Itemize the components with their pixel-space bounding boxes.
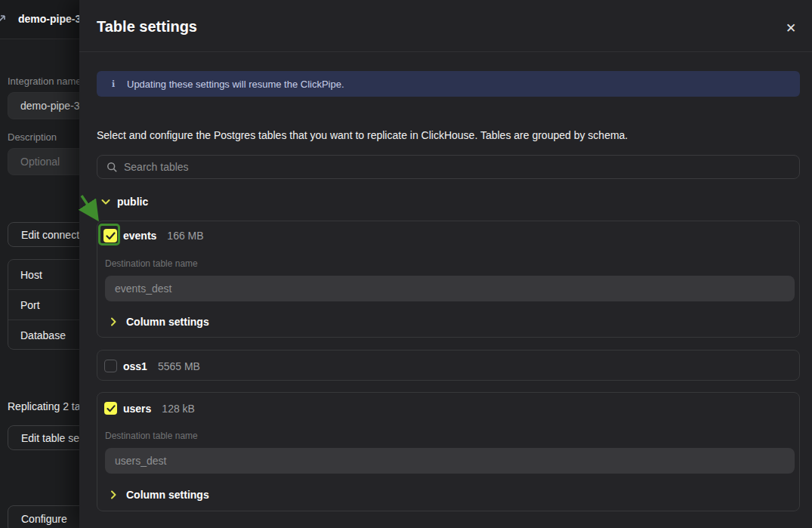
info-icon: i: [112, 79, 127, 89]
table-card-users: users 128 kB Destination table name Colu…: [97, 392, 800, 511]
check-icon: [106, 232, 116, 240]
pipe-icon: [0, 14, 7, 25]
table-size: 128 kB: [162, 403, 195, 415]
events-checkbox[interactable]: [103, 229, 117, 242]
description-label: Description: [8, 131, 57, 143]
modal-header-divider: [79, 51, 812, 52]
chevron-right-icon: [110, 490, 117, 499]
table-row: users 128 kB: [104, 402, 799, 415]
table-name: oss1: [123, 360, 147, 372]
destination-table-label: Destination table name: [105, 431, 198, 441]
table-card-events: events 166 MB Destination table name Col…: [97, 221, 800, 338]
integration-name-label: Integration name: [8, 76, 82, 87]
users-checkbox[interactable]: [104, 402, 117, 415]
search-box[interactable]: [97, 155, 800, 179]
oss1-checkbox[interactable]: [104, 360, 117, 372]
destination-table-input[interactable]: [105, 276, 795, 301]
modal-title: Table settings: [97, 18, 197, 36]
search-input[interactable]: [124, 161, 773, 173]
column-settings-label: Column settings: [126, 489, 209, 501]
page-title: demo-pipe-3: [18, 13, 81, 25]
table-name: users: [123, 403, 151, 415]
table-settings-modal: Table settings ✕ i Updating these settin…: [79, 0, 812, 528]
info-banner-text: Updating these settings will resume the …: [127, 79, 344, 90]
chevron-right-icon: [110, 317, 117, 326]
close-icon[interactable]: ✕: [782, 19, 800, 37]
schema-group-public[interactable]: public: [101, 196, 148, 208]
search-icon: [107, 162, 118, 173]
schema-name: public: [117, 196, 148, 208]
destination-table-input[interactable]: [105, 448, 795, 474]
destination-table-label: Destination table name: [105, 258, 198, 269]
table-size: 5565 MB: [158, 360, 200, 372]
column-settings-label: Column settings: [126, 316, 209, 328]
table-card-oss1: oss1 5565 MB: [97, 350, 800, 381]
column-settings-toggle[interactable]: Column settings: [110, 316, 209, 328]
table-row: oss1 5565 MB: [104, 360, 799, 372]
table-row: events 166 MB: [103, 229, 799, 242]
column-settings-toggle[interactable]: Column settings: [110, 489, 209, 501]
table-name: events: [123, 230, 156, 242]
check-icon: [107, 405, 116, 412]
modal-description: Select and configure the Postgres tables…: [97, 129, 628, 141]
info-banner: i Updating these settings will resume th…: [97, 71, 800, 97]
chevron-down-icon: [101, 199, 110, 205]
table-size: 166 MB: [167, 230, 203, 242]
